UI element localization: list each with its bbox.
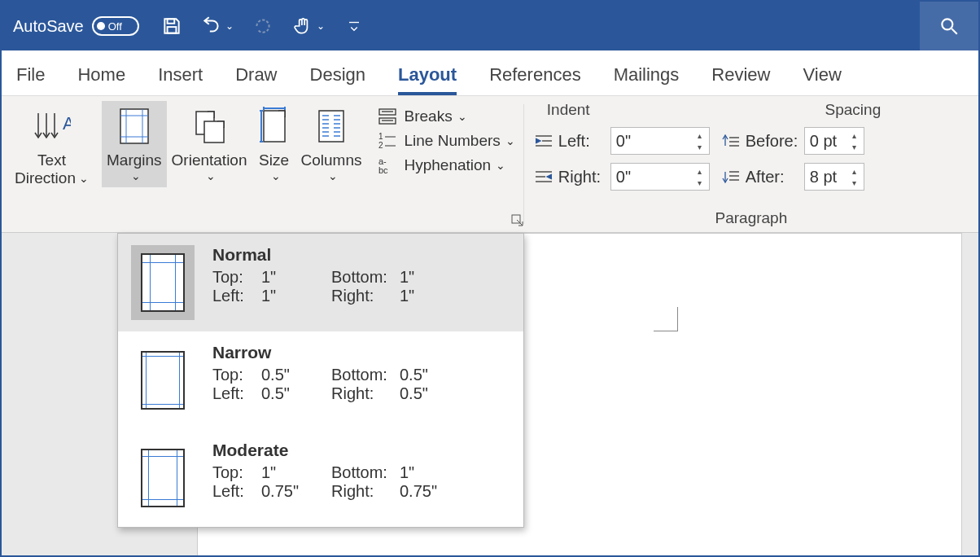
- search-icon: [938, 15, 960, 37]
- save-button[interactable]: [155, 10, 188, 42]
- margins-button[interactable]: Margins ⌄: [102, 101, 167, 187]
- hyphenation-button[interactable]: a-bc Hyphenation⌄: [375, 153, 515, 178]
- chevron-down-icon: ⌄: [206, 169, 216, 182]
- spinner[interactable]: ▴▾: [693, 128, 707, 154]
- page-setup-group-left: A Text Direction⌄: [2, 96, 102, 232]
- indent-left-label: Left:: [558, 132, 610, 151]
- columns-icon: [314, 106, 348, 147]
- spacing-before-label: Before:: [746, 132, 804, 151]
- margin-left-label: Left:: [212, 384, 261, 403]
- chevron-down-icon: ⌄: [79, 172, 89, 185]
- margin-option-moderate[interactable]: ModerateTop:1"Bottom:1"Left:0.75"Right:0…: [118, 429, 523, 527]
- tab-references[interactable]: References: [489, 64, 581, 95]
- spinner[interactable]: ▴▾: [847, 164, 862, 190]
- chevron-down-icon: ⌄: [225, 20, 234, 32]
- margin-left-value: 0.75": [261, 482, 331, 501]
- svg-rect-1: [167, 27, 176, 33]
- tab-layout[interactable]: Layout: [398, 64, 457, 95]
- margin-option-narrow[interactable]: NarrowTop:0.5"Bottom:0.5"Left:0.5"Right:…: [118, 331, 523, 429]
- margin-option-name: Narrow: [212, 343, 510, 362]
- autosave-label: AutoSave: [13, 17, 84, 36]
- svg-text:A: A: [63, 113, 71, 134]
- spacing-after-label: After:: [746, 168, 804, 186]
- tab-view[interactable]: View: [803, 64, 841, 95]
- orientation-button[interactable]: Orientation ⌄: [167, 101, 252, 187]
- line-numbers-label: Line Numbers: [405, 132, 501, 150]
- spinner[interactable]: ▴▾: [847, 128, 862, 154]
- customize-icon: [343, 15, 365, 37]
- margin-bottom-value: 0.5": [400, 366, 448, 384]
- spacing-before-icon: [720, 133, 742, 149]
- page-setup-group: Margins ⌄ Orientation ⌄ Size ⌄ Columns ⌄: [102, 96, 367, 232]
- margin-top-label: Top:: [212, 366, 261, 384]
- touch-mode-button[interactable]: ⌄: [286, 10, 331, 42]
- tab-home[interactable]: Home: [77, 64, 125, 95]
- customize-qat-button[interactable]: [338, 10, 370, 42]
- spinner[interactable]: ▴▾: [693, 164, 707, 190]
- svg-line-4: [952, 29, 957, 34]
- undo-icon: [201, 15, 222, 37]
- margin-left-label: Left:: [212, 287, 261, 305]
- hyphenation-icon: a-bc: [375, 156, 400, 174]
- title-bar: AutoSave Off ⌄ ⌄: [2, 2, 978, 50]
- margin-option-name: Moderate: [212, 441, 510, 460]
- hand-icon: [292, 15, 313, 37]
- paragraph-group: Indent Spacing Left: 0"▴▾ Before: 0 pt▴▾…: [524, 96, 978, 232]
- margin-corner-indicator: [654, 307, 678, 331]
- tab-design[interactable]: Design: [310, 64, 365, 95]
- search-button[interactable]: [920, 2, 978, 50]
- tab-draw[interactable]: Draw: [235, 64, 277, 95]
- margins-icon: [116, 106, 153, 147]
- size-icon: [257, 106, 291, 147]
- margin-preview-icon: [131, 245, 195, 320]
- chevron-down-icon: ⌄: [457, 110, 467, 123]
- chevron-down-icon: ⌄: [496, 159, 505, 172]
- text-direction-icon: A: [32, 106, 71, 147]
- page-setup-launcher[interactable]: [511, 214, 524, 227]
- tab-review[interactable]: Review: [711, 64, 770, 95]
- line-numbers-button[interactable]: 12 Line Numbers⌄: [375, 129, 515, 153]
- breaks-button[interactable]: Breaks⌄: [375, 104, 515, 129]
- spacing-before-input[interactable]: 0 pt▴▾: [804, 127, 864, 155]
- margin-left-label: Left:: [212, 482, 261, 501]
- svg-rect-9: [120, 109, 148, 143]
- orientation-label: Orientation: [172, 151, 247, 169]
- redo-button[interactable]: [247, 10, 279, 42]
- text-direction-button[interactable]: A Text Direction⌄: [10, 101, 94, 192]
- chevron-down-icon: ⌄: [271, 169, 281, 182]
- margin-bottom-label: Bottom:: [331, 366, 400, 384]
- undo-button[interactable]: ⌄: [195, 10, 240, 42]
- svg-text:1: 1: [378, 132, 383, 141]
- svg-text:2: 2: [378, 141, 383, 150]
- margin-option-normal[interactable]: NormalTop:1"Bottom:1"Left:1"Right:1": [118, 234, 523, 331]
- size-label: Size: [259, 151, 289, 169]
- margin-right-label: Right:: [331, 384, 400, 403]
- spacing-after-input[interactable]: 8 pt▴▾: [804, 163, 864, 191]
- autosave-toggle[interactable]: Off: [92, 16, 139, 36]
- spacing-after-icon: [720, 169, 742, 185]
- size-button[interactable]: Size ⌄: [252, 101, 296, 187]
- margin-right-value: 0.75": [400, 482, 448, 501]
- svg-point-3: [942, 19, 952, 29]
- margin-top-value: 1": [261, 268, 331, 287]
- indent-right-input[interactable]: 0"▴▾: [610, 163, 710, 191]
- breaks-label: Breaks: [405, 107, 453, 125]
- chevron-down-icon: ⌄: [317, 20, 325, 32]
- margins-dropdown-menu: NormalTop:1"Bottom:1"Left:1"Right:1"Narr…: [117, 233, 524, 528]
- ribbon: A Text Direction⌄ Margins ⌄ Orientation …: [2, 96, 978, 233]
- ribbon-tabs: FileHomeInsertDrawDesignLayoutReferences…: [2, 50, 978, 96]
- indent-right-label: Right:: [558, 168, 610, 186]
- margin-top-value: 0.5": [261, 366, 331, 384]
- columns-button[interactable]: Columns ⌄: [296, 101, 367, 187]
- breaks-icon: [375, 107, 400, 125]
- indent-header: Indent: [532, 101, 736, 119]
- indent-left-input[interactable]: 0"▴▾: [610, 127, 710, 155]
- margin-preview-icon: [131, 441, 195, 515]
- tab-insert[interactable]: Insert: [158, 64, 203, 95]
- margin-top-value: 1": [261, 463, 331, 482]
- margin-preview-icon: [131, 343, 195, 418]
- document-area: NormalTop:1"Bottom:1"Left:1"Right:1"Narr…: [2, 233, 978, 557]
- tab-file[interactable]: File: [16, 64, 45, 95]
- margin-option-name: Normal: [212, 245, 510, 265]
- tab-mailings[interactable]: Mailings: [614, 64, 680, 95]
